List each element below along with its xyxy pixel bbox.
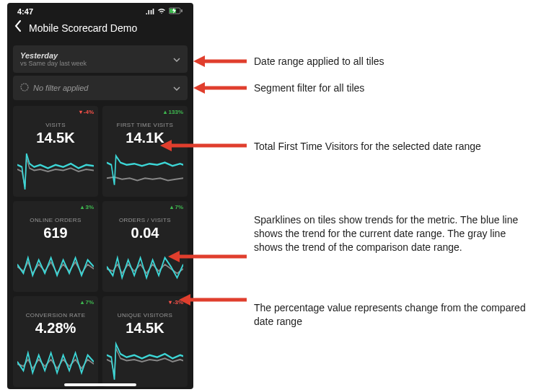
caret-up-icon: ▴: [170, 204, 173, 210]
title-bar: Mobile Scorecard Demo: [7, 17, 193, 43]
chevron-down-icon: [173, 55, 180, 63]
date-range-label: Yesterday: [20, 51, 87, 60]
date-range-sub: vs Same day last week: [20, 60, 87, 67]
status-bar: 4:47 .ııl: [7, 3, 193, 17]
status-time: 4:47: [17, 7, 33, 16]
svg-rect-2: [181, 9, 182, 12]
annotation-text: Total First Time Visitors for the select…: [254, 140, 481, 153]
sparkline: [17, 244, 94, 289]
arrow-icon: [193, 55, 247, 68]
delta-badge: ▾ -4%: [79, 109, 94, 115]
back-button[interactable]: [14, 20, 22, 35]
metric-label: UNIQUE VISITORS: [107, 312, 183, 318]
tile-visits[interactable]: ▾ -4% VISITS 14.5K: [13, 106, 98, 197]
arrow-icon: [193, 81, 247, 94]
delta-badge: ▴ 7%: [81, 299, 94, 306]
annotation-text: Sparklines on tiles show trends for the …: [254, 213, 535, 254]
sparkline: [107, 339, 183, 384]
tile-unique-visitors[interactable]: ▾ -3% UNIQUE VISITORS 14.5K: [102, 296, 188, 387]
sparkline: [107, 149, 183, 194]
caret-up-icon: ▴: [81, 204, 84, 210]
arrow-icon: [160, 139, 247, 152]
wifi-icon: [157, 7, 166, 16]
phone-frame: 4:47 .ııl Mobile Scorecard Demo Yesterda…: [7, 3, 193, 389]
metric-value: 619: [17, 225, 94, 241]
segment-filter-dropdown[interactable]: No filter applied: [13, 76, 188, 100]
caret-down-icon: ▾: [169, 299, 172, 306]
caret-up-icon: ▴: [164, 109, 167, 115]
battery-icon: [169, 7, 183, 16]
filter-icon: [20, 81, 29, 94]
delta-badge: ▴ 3%: [81, 204, 94, 210]
arrow-icon: [179, 293, 247, 306]
tile-online-orders[interactable]: ▴ 3% ONLINE ORDERS 619: [13, 201, 98, 292]
caret-up-icon: ▴: [81, 299, 84, 306]
metric-value: 14.5K: [17, 130, 94, 146]
arrow-icon: [168, 250, 247, 263]
sparkline: [17, 149, 94, 194]
annotation-text: Segment filter for all tiles: [254, 81, 364, 95]
metric-label: VISITS: [17, 122, 94, 128]
metric-label: FIRST TIME VISITS: [107, 122, 183, 128]
annotation-text: Date range applied to all tiles: [254, 55, 384, 68]
filter-label: No filter applied: [33, 84, 88, 92]
metric-value: 14.5K: [107, 320, 183, 337]
signal-icon: .ııl: [146, 7, 154, 16]
metric-value: 4.28%: [17, 320, 94, 337]
metric-label: ORDERS / VISITS: [107, 217, 183, 223]
metric-label: ONLINE ORDERS: [17, 217, 94, 223]
metric-label: CONVERSION RATE: [17, 312, 94, 318]
tile-orders-per-visits[interactable]: ▴ 7% ORDERS / VISITS 0.04: [102, 201, 188, 292]
caret-down-icon: ▾: [79, 109, 82, 115]
sparkline: [17, 339, 94, 384]
delta-badge: ▴ 7%: [170, 204, 183, 210]
page-title: Mobile Scorecard Demo: [29, 22, 137, 34]
date-range-dropdown[interactable]: Yesterday vs Same day last week: [13, 45, 188, 73]
metric-value: 0.04: [107, 225, 183, 241]
home-indicator: [64, 383, 136, 386]
delta-badge: ▴ 133%: [164, 109, 183, 115]
chevron-down-icon: [173, 84, 180, 92]
status-right: .ııl: [146, 7, 183, 16]
svg-point-3: [21, 84, 28, 91]
tile-conversion-rate[interactable]: ▴ 7% CONVERSION RATE 4.28%: [13, 296, 98, 387]
annotation-text: The percentage value represents change f…: [254, 301, 535, 329]
